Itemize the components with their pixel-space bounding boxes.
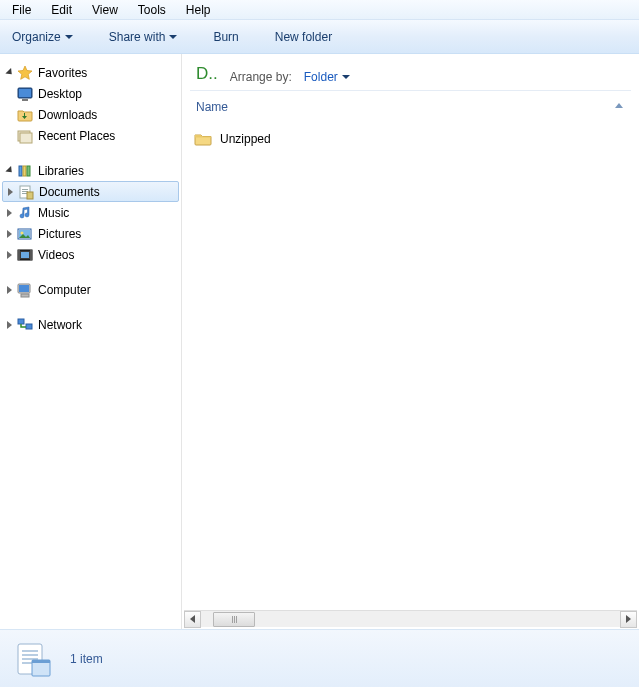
library-large-icon [12,638,54,680]
svg-rect-1 [19,89,31,97]
svg-rect-5 [19,166,22,176]
menu-help[interactable]: Help [176,1,221,19]
nav-group-network: Network [0,314,181,335]
nav-recent-places[interactable]: Recent Places [0,125,181,146]
nav-label: Recent Places [38,129,115,143]
expander-icon[interactable] [4,67,15,78]
menu-bar: File Edit View Tools Help [0,0,639,20]
music-library-icon [17,205,33,221]
nav-label: Favorites [38,66,87,80]
content-pane: D.. Arrange by: Folder Name Unzipped [182,54,639,629]
nav-downloads[interactable]: Downloads [0,104,181,125]
nav-network[interactable]: Network [0,314,181,335]
recent-places-icon [17,128,33,144]
pictures-library-icon [17,226,33,242]
nav-desktop[interactable]: Desktop [0,83,181,104]
network-icon [17,317,33,333]
chevron-down-icon [342,75,350,79]
menu-tools[interactable]: Tools [128,1,176,19]
chevron-right-icon [626,615,631,623]
nav-label: Network [38,318,82,332]
burn-button[interactable]: Burn [207,26,244,48]
svg-rect-17 [18,250,20,260]
items-view[interactable]: Unzipped [182,123,639,610]
svg-rect-29 [22,662,32,664]
expander-icon[interactable] [4,249,15,260]
item-name: Unzipped [220,132,271,146]
new-folder-button[interactable]: New folder [269,26,338,48]
share-with-button[interactable]: Share with [103,26,184,48]
nav-favorites[interactable]: Favorites [0,62,181,83]
scroll-left-button[interactable] [184,611,201,628]
scrollbar-track[interactable] [201,611,620,628]
arrange-by-dropdown[interactable]: Folder [304,70,350,84]
nav-documents[interactable]: Documents [2,181,179,202]
column-name[interactable]: Name [192,97,629,117]
svg-rect-18 [30,250,32,260]
nav-group-libraries: Libraries Documents Music [0,160,181,265]
expander-icon[interactable] [4,207,15,218]
nav-videos[interactable]: Videos [0,244,181,265]
downloads-folder-icon [17,107,33,123]
arrange-by-value: Folder [304,70,338,84]
svg-rect-12 [27,192,33,199]
desktop-icon [17,86,33,102]
svg-rect-4 [20,133,32,143]
nav-label: Pictures [38,227,81,241]
menu-file[interactable]: File [2,1,41,19]
menu-view[interactable]: View [82,1,128,19]
location-heading: D.. [196,64,218,84]
menu-edit[interactable]: Edit [41,1,82,19]
expander-icon[interactable] [4,228,15,239]
svg-rect-22 [21,294,29,297]
scroll-right-button[interactable] [620,611,637,628]
burn-label: Burn [213,30,238,44]
new-folder-label: New folder [275,30,332,44]
arrange-by-label: Arrange by: [230,70,292,84]
svg-rect-27 [22,654,38,656]
chevron-left-icon [190,615,195,623]
nav-label: Computer [38,283,91,297]
horizontal-scrollbar[interactable] [184,610,637,627]
nav-group-computer: Computer [0,279,181,300]
nav-group-favorites: Favorites Desktop Downloads [0,62,181,146]
svg-rect-26 [22,650,38,652]
organize-button[interactable]: Organize [6,26,79,48]
videos-library-icon [17,247,33,263]
library-header: D.. Arrange by: Folder [182,54,639,90]
command-bar: Organize Share with Burn New folder [0,20,639,54]
scrollbar-thumb[interactable] [213,612,255,627]
nav-libraries[interactable]: Libraries [0,160,181,181]
expander-icon[interactable] [4,284,15,295]
chevron-down-icon [65,35,73,39]
svg-rect-6 [23,166,26,176]
svg-rect-21 [19,285,29,292]
chevron-down-icon [169,35,177,39]
svg-rect-7 [27,166,30,176]
expander-icon[interactable] [4,319,15,330]
expander-icon[interactable] [5,186,16,197]
organize-label: Organize [12,30,61,44]
svg-rect-9 [22,189,28,190]
nav-computer[interactable]: Computer [0,279,181,300]
column-headers: Name [182,91,639,123]
libraries-icon [17,163,33,179]
computer-icon [17,282,33,298]
svg-rect-23 [18,319,24,324]
list-item[interactable]: Unzipped [192,127,629,151]
nav-label: Downloads [38,108,97,122]
expander-icon[interactable] [4,165,15,176]
navigation-pane: Favorites Desktop Downloads [0,54,182,629]
nav-label: Documents [39,185,100,199]
nav-label: Libraries [38,164,84,178]
share-label: Share with [109,30,166,44]
sort-ascending-icon [615,103,623,108]
status-item-count: 1 item [70,652,103,666]
nav-pictures[interactable]: Pictures [0,223,181,244]
column-label: Name [196,100,228,114]
folder-icon [194,131,212,147]
nav-music[interactable]: Music [0,202,181,223]
nav-label: Desktop [38,87,82,101]
svg-rect-2 [22,99,28,101]
svg-rect-19 [21,252,29,258]
